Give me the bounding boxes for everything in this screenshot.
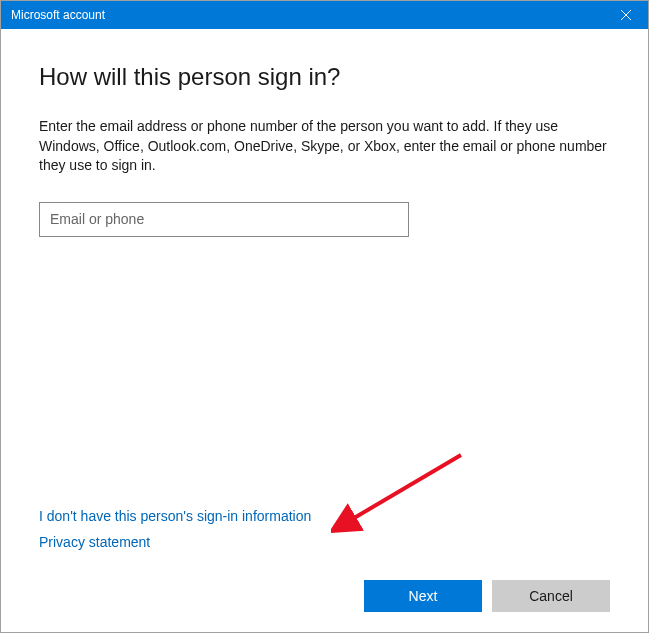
next-button[interactable]: Next	[364, 580, 482, 612]
close-button[interactable]	[603, 1, 648, 29]
titlebar: Microsoft account	[1, 1, 648, 29]
content-area: How will this person sign in? Enter the …	[1, 29, 648, 632]
email-phone-input[interactable]	[39, 202, 409, 237]
close-icon	[621, 10, 631, 20]
page-heading: How will this person sign in?	[39, 63, 610, 91]
spacer	[39, 237, 610, 508]
window-title: Microsoft account	[11, 8, 105, 22]
cancel-button[interactable]: Cancel	[492, 580, 610, 612]
no-signin-info-link[interactable]: I don't have this person's sign-in infor…	[39, 508, 311, 524]
button-row: Next Cancel	[39, 580, 610, 612]
privacy-statement-link[interactable]: Privacy statement	[39, 534, 150, 550]
links-section: I don't have this person's sign-in infor…	[39, 508, 610, 560]
description-text: Enter the email address or phone number …	[39, 117, 610, 176]
dialog-window: Microsoft account How will this person s…	[0, 0, 649, 633]
